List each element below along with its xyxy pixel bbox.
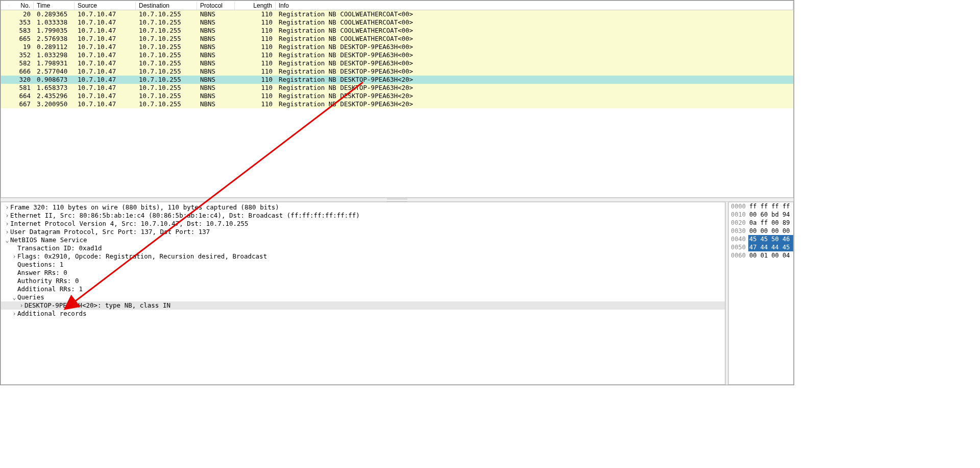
cell-info: Registration NB COOLWEATHERCOAT<00>: [276, 27, 793, 35]
detail-line[interactable]: ·Answer RRs: 0: [1, 269, 725, 277]
packet-row[interactable]: 6662.57704010.7.10.4710.7.10.255NBNS110R…: [1, 67, 793, 76]
cell-info: Registration NB DESKTOP-9PEA63H<00>: [276, 59, 793, 67]
detail-line[interactable]: ›Ethernet II, Src: 80:86:5b:ab:1e:c4 (80…: [1, 212, 725, 220]
col-header-time[interactable]: Time: [34, 2, 75, 10]
hex-row[interactable]: 005047 44 44 45 49 4: [729, 243, 793, 251]
cell-time: 2.576938: [34, 35, 75, 43]
packet-row[interactable]: 6673.20095010.7.10.4710.7.10.255NBNS110R…: [1, 100, 793, 108]
cell-length: 110: [235, 67, 276, 76]
detail-text: DESKTOP-9PEA63H<20>: type NB, class IN: [24, 301, 170, 310]
detail-text: Ethernet II, Src: 80:86:5b:ab:1e:c4 (80:…: [10, 212, 360, 220]
hex-offset: 0030: [729, 227, 748, 235]
col-header-no[interactable]: No.: [9, 2, 34, 10]
cell-protocol: NBNS: [197, 100, 235, 108]
col-header-protocol[interactable]: Protocol: [197, 2, 235, 10]
detail-line[interactable]: ›Internet Protocol Version 4, Src: 10.7.…: [1, 220, 725, 228]
hex-row[interactable]: 001000 60 bd 94 00 0: [729, 210, 793, 219]
packet-row[interactable]: 3200.90867310.7.10.4710.7.10.255NBNS110R…: [1, 76, 793, 84]
hex-bytes: 0a ff 00 89 00 8: [748, 219, 794, 227]
hex-row[interactable]: 0000ff ff ff ff ff f: [729, 202, 793, 210]
packet-row[interactable]: 3531.03333810.7.10.4710.7.10.255NBNS110R…: [1, 18, 793, 27]
cell-no: 320: [9, 76, 34, 84]
packet-details-pane[interactable]: ›Frame 320: 110 bytes on wire (880 bits)…: [1, 202, 725, 385]
cell-protocol: NBNS: [197, 67, 235, 76]
detail-line[interactable]: ›User Datagram Protocol, Src Port: 137, …: [1, 228, 725, 236]
packet-row[interactable]: 5831.79903510.7.10.4710.7.10.255NBNS110R…: [1, 27, 793, 35]
detail-line[interactable]: ›Additional records: [1, 310, 725, 318]
cell-no: 20: [9, 10, 34, 18]
detail-line[interactable]: ·Additional RRs: 1: [1, 285, 725, 293]
caret-right-icon[interactable]: ›: [4, 203, 10, 212]
cell-length: 110: [235, 10, 276, 18]
detail-text: Additional records: [17, 310, 86, 318]
col-header-source[interactable]: Source: [75, 2, 136, 10]
packet-bytes-pane[interactable]: 0000ff ff ff ff ff f001000 60 bd 94 00 0…: [728, 202, 794, 385]
caret-right-icon[interactable]: ›: [4, 228, 10, 236]
packet-row[interactable]: 190.28911210.7.10.4710.7.10.255NBNS110Re…: [1, 43, 793, 51]
packet-row[interactable]: 5811.65837310.7.10.4710.7.10.255NBNS110R…: [1, 84, 793, 92]
cell-destination: 10.7.10.255: [136, 27, 197, 35]
hex-row[interactable]: 004045 45 50 46 41 4: [729, 235, 793, 243]
detail-line[interactable]: ›Flags: 0x2910, Opcode: Registration, Re…: [1, 252, 725, 261]
cell-length: 110: [235, 92, 276, 100]
cell-destination: 10.7.10.255: [136, 35, 197, 43]
detail-line[interactable]: ⌄Queries: [1, 293, 725, 301]
cell-info: Registration NB DESKTOP-9PEA63H<20>: [276, 92, 793, 100]
hex-offset: 0020: [729, 219, 748, 227]
caret-down-icon[interactable]: ⌄: [11, 293, 17, 301]
cell-source: 10.7.10.47: [75, 76, 136, 84]
detail-line[interactable]: ›Frame 320: 110 bytes on wire (880 bits)…: [1, 203, 725, 212]
detail-text: Flags: 0x2910, Opcode: Registration, Rec…: [17, 252, 267, 261]
col-header-info[interactable]: Info: [276, 2, 793, 10]
packet-row[interactable]: 200.28936510.7.10.4710.7.10.255NBNS110Re…: [1, 10, 793, 18]
caret-right-icon[interactable]: ›: [4, 220, 10, 228]
packet-rows-container[interactable]: 200.28936510.7.10.4710.7.10.255NBNS110Re…: [1, 10, 793, 197]
detail-line[interactable]: ›DESKTOP-9PEA63H<20>: type NB, class IN: [1, 301, 725, 310]
caret-right-icon[interactable]: ›: [4, 212, 10, 220]
packet-list-header[interactable]: No. Time Source Destination Protocol Len…: [1, 1, 793, 10]
cell-destination: 10.7.10.255: [136, 43, 197, 51]
hex-bytes: 00 01 00 04 93 a: [748, 251, 794, 260]
detail-line[interactable]: ·Questions: 1: [1, 261, 725, 269]
detail-line[interactable]: ·Transaction ID: 0xad1d: [1, 244, 725, 252]
hex-offset: 0060: [729, 251, 748, 260]
cell-time: 1.799035: [34, 27, 75, 35]
packet-row[interactable]: 6652.57693810.7.10.4710.7.10.255NBNS110R…: [1, 35, 793, 43]
hex-row[interactable]: 00200a ff 00 89 00 8: [729, 219, 793, 227]
detail-text: User Datagram Protocol, Src Port: 137, D…: [10, 228, 210, 236]
detail-line[interactable]: ⌄NetBIOS Name Service: [1, 236, 725, 244]
cell-destination: 10.7.10.255: [136, 100, 197, 108]
caret-right-icon[interactable]: ›: [11, 252, 17, 261]
hex-row[interactable]: 003000 00 00 00 00 0: [729, 227, 793, 235]
cell-protocol: NBNS: [197, 18, 235, 27]
cell-no: 353: [9, 18, 34, 27]
cell-length: 110: [235, 18, 276, 27]
cell-source: 10.7.10.47: [75, 51, 136, 59]
detail-line[interactable]: ·Authority RRs: 0: [1, 277, 725, 285]
col-header-length[interactable]: Length: [235, 2, 276, 10]
caret-right-icon[interactable]: ›: [18, 301, 24, 310]
hex-offset: 0040: [729, 235, 748, 243]
packet-row[interactable]: 5821.79893110.7.10.4710.7.10.255NBNS110R…: [1, 59, 793, 67]
cell-length: 110: [235, 59, 276, 67]
caret-right-icon[interactable]: ›: [11, 310, 17, 318]
cell-source: 10.7.10.47: [75, 27, 136, 35]
cell-protocol: NBNS: [197, 27, 235, 35]
hex-offset: 0000: [729, 202, 748, 210]
cell-info: Registration NB DESKTOP-9PEA63H<20>: [276, 100, 793, 108]
horizontal-splitter[interactable]: [1, 198, 794, 202]
col-header-destination[interactable]: Destination: [136, 2, 197, 10]
packet-row[interactable]: 3521.03329810.7.10.4710.7.10.255NBNS110R…: [1, 51, 793, 59]
cell-no: 583: [9, 27, 34, 35]
packet-list-pane[interactable]: No. Time Source Destination Protocol Len…: [1, 1, 794, 198]
hex-offset: 0050: [729, 243, 748, 251]
packet-row[interactable]: 6642.43529610.7.10.4710.7.10.255NBNS110R…: [1, 92, 793, 100]
cell-info: Registration NB COOLWEATHERCOAT<00>: [276, 18, 793, 27]
detail-text: Questions: 1: [17, 261, 63, 269]
caret-down-icon[interactable]: ⌄: [4, 236, 10, 244]
cell-length: 110: [235, 27, 276, 35]
cell-destination: 10.7.10.255: [136, 10, 197, 18]
detail-text: Queries: [17, 293, 44, 301]
cell-time: 0.289112: [34, 43, 75, 51]
hex-row[interactable]: 006000 01 00 04 93 a: [729, 251, 793, 260]
